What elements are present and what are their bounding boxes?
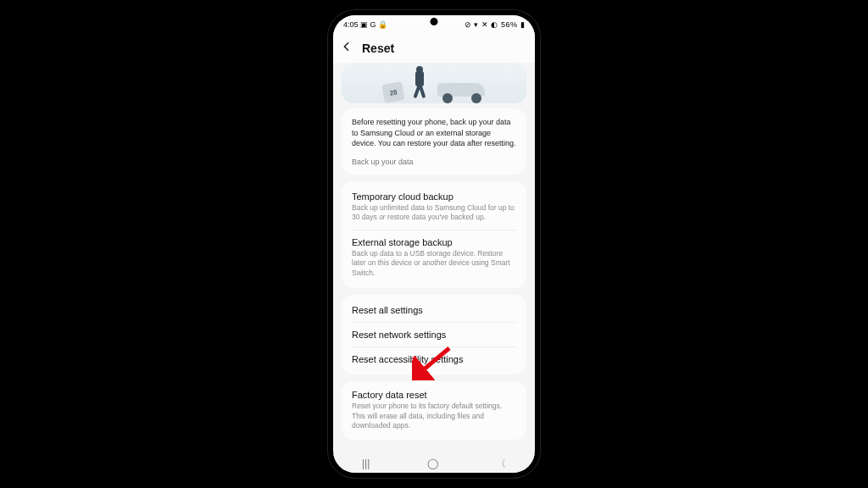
phone-screen: 4:05 ▣ G 🔒 ⊘ ▾ ✕ ◐ 56% ▮ Reset 28 Before… — [333, 15, 535, 473]
back-button[interactable]: 〈 — [496, 457, 506, 471]
status-left: 4:05 ▣ G 🔒 — [343, 20, 387, 29]
reset-accessibility-settings[interactable]: Reset accessibility settings — [352, 347, 516, 371]
home-button[interactable]: ◯ — [427, 458, 438, 469]
camera-notch — [431, 18, 438, 25]
item-title: Factory data reset — [352, 390, 516, 400]
header-bar: Reset — [333, 34, 535, 63]
item-desc: Back up data to a USB storage device. Re… — [352, 249, 516, 278]
hero-illustration: 28 — [342, 63, 526, 103]
temporary-cloud-backup[interactable]: Temporary cloud backup Back up unlimited… — [352, 185, 516, 230]
reset-all-settings[interactable]: Reset all settings — [352, 298, 516, 322]
scroll-content[interactable]: Before resetting your phone, back up you… — [333, 108, 535, 454]
back-icon[interactable] — [340, 40, 353, 57]
item-title: Temporary cloud backup — [352, 191, 516, 202]
item-title: External storage backup — [352, 237, 516, 247]
item-title: Reset network settings — [352, 330, 516, 340]
calendar-icon: 28 — [381, 81, 404, 103]
factory-reset-card: Factory data reset Reset your phone to i… — [342, 381, 526, 439]
info-text: Before resetting your phone, back up you… — [352, 117, 516, 149]
item-title: Reset all settings — [352, 305, 516, 315]
status-right: ⊘ ▾ ✕ ◐ 56% ▮ — [465, 20, 525, 29]
info-card: Before resetting your phone, back up you… — [342, 108, 526, 175]
car-icon — [437, 80, 485, 103]
external-storage-backup[interactable]: External storage backup Back up data to … — [352, 230, 516, 285]
item-desc: Reset your phone to its factory default … — [352, 402, 516, 430]
item-desc: Back up unlimited data to Samsung Cloud … — [352, 203, 516, 223]
reset-options-card: Reset all settings Reset network setting… — [342, 295, 526, 374]
backup-data-link[interactable]: Back up your data — [352, 158, 516, 166]
factory-data-reset[interactable]: Factory data reset Reset your phone to i… — [352, 386, 516, 434]
recents-button[interactable]: ||| — [362, 458, 370, 469]
page-title: Reset — [362, 42, 394, 55]
navigation-bar: ||| ◯ 〈 — [333, 454, 535, 473]
backup-options-card: Temporary cloud backup Back up unlimited… — [342, 181, 526, 288]
walking-person-icon — [409, 66, 432, 103]
item-title: Reset accessibility settings — [352, 354, 516, 364]
reset-network-settings[interactable]: Reset network settings — [352, 322, 516, 347]
phone-frame: 4:05 ▣ G 🔒 ⊘ ▾ ✕ ◐ 56% ▮ Reset 28 Before… — [328, 10, 540, 478]
